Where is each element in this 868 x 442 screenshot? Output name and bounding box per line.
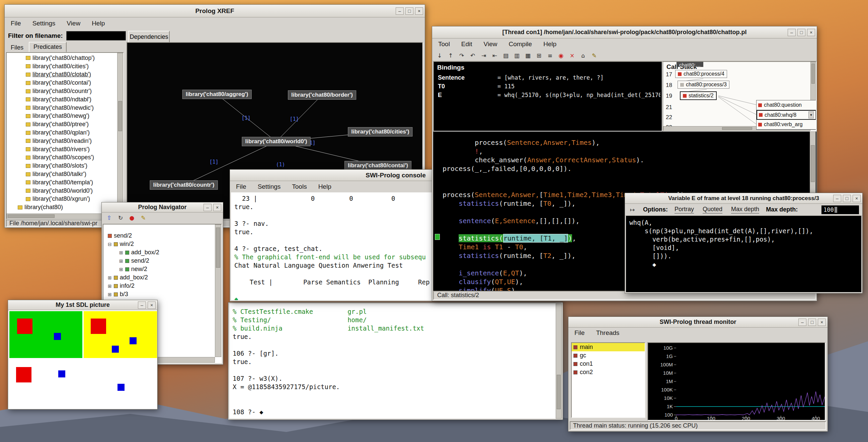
dep-node-library-chat80-aggreg[interactable]: library('chat80/aggreg') [182,90,252,99]
nav-item-add-box-2[interactable]: ⊞add_box/2 [104,273,214,282]
nav-item-win-2[interactable]: ⊟win/2 [104,240,214,248]
maximize-button[interactable]: □ [843,195,851,202]
tree-item-library-chat80-slots[interactable]: library('chat80/slots') [8,162,117,170]
expander-icon[interactable]: ⊞ [108,275,112,280]
vertical-scrollbar[interactable] [215,224,221,357]
max-depth-input[interactable]: 100 [822,206,859,214]
close-button[interactable]: × [148,302,156,309]
close-button[interactable]: × [415,7,423,15]
tree-item-library-chat80-chattop[interactable]: library('chat80/chattop') [8,54,117,62]
maximize-button[interactable]: □ [797,29,805,36]
dep-node-library-chat80-world0[interactable]: library('chat80/world0') [242,137,311,146]
stack-icon[interactable]: ▦ [524,52,532,60]
tree-item-library-chat80-newdic[interactable]: library('chat80/newdic') [8,104,117,112]
close-button[interactable]: × [213,204,221,211]
menu-item-file[interactable]: File [575,329,585,337]
tree-item-library-chat80-newg[interactable]: library('chat80/newg') [8,112,117,121]
menu-item-help[interactable]: Help [92,20,105,27]
maximize-button[interactable]: □ [808,319,816,326]
tree-item-library-chat80-readin[interactable]: library('chat80/readin') [8,137,117,145]
step-into-icon[interactable]: ⇥ [480,52,488,60]
close-button[interactable]: × [818,319,826,326]
nav-item-b-3[interactable]: ⊞b/3 [104,290,214,298]
menu-item-compile[interactable]: Compile [508,40,532,48]
undo-icon[interactable]: ↶ [469,52,477,60]
maximize-button[interactable]: □ [405,7,413,15]
scrollbar-thumb[interactable] [811,145,815,182]
tab-files[interactable]: Files [7,43,27,52]
frame-statistics-2[interactable]: statistics/2 [680,91,717,100]
menu-item-edit[interactable]: Edit [461,40,472,48]
refresh-icon[interactable]: ↻ [117,214,125,222]
menu-item-settings[interactable]: Settings [258,183,281,190]
term-view[interactable]: whq(A, s(np(3+plu,np_head(int_det(A),[],… [626,216,861,292]
tree-horizontal-scrollbar[interactable] [7,214,117,219]
thread-item-con2[interactable]: con2 [572,368,645,376]
frame-chat80-process-4[interactable]: chat80:process/4 [675,70,727,78]
step-out-icon[interactable]: ⇤ [491,52,499,60]
menu-item-tool[interactable]: Tool [438,40,450,48]
menu-item-tools[interactable]: Tools [292,183,307,190]
breakpoint-icon[interactable]: ⊞ [535,52,543,60]
home-icon[interactable]: ⌂ [579,52,587,60]
up-icon[interactable]: ⇧ [105,214,113,222]
tab-dependencies[interactable]: Dependencies [128,31,170,43]
expander-icon[interactable]: ⊟ [108,242,112,247]
details-icon[interactable]: ≡ [546,52,554,60]
step-up-icon[interactable]: ↑ [446,52,455,60]
title-bar[interactable]: Variable E of frame at level 18 running … [625,193,862,204]
scrollbar-thumb[interactable] [811,64,815,84]
console-output[interactable]: % CTestTestfile.cmake gr.pl% Testing/ ho… [229,304,562,418]
minimize-button[interactable]: – [833,195,841,202]
frame-chat80-verb-arg[interactable]: chat80:verb_arg [756,120,816,129]
title-bar[interactable]: My 1st SDL picture –× [8,300,157,310]
dep-node-library-chat80-contai[interactable]: library('chat80/contai') [344,161,411,170]
dropdown-icon[interactable]: ▾ [808,112,814,119]
close-button[interactable]: × [852,195,861,202]
tree-item-library-chat80-ndtabl[interactable]: library('chat80/ndtabl') [8,95,117,104]
abort-icon[interactable]: × [568,52,576,60]
filter-input[interactable] [66,31,126,40]
title-bar[interactable]: Prolog Navigator –× [102,202,223,213]
scrollbar-thumb[interactable] [216,227,220,268]
nav-item-add-box-2[interactable]: ⊞add_box/2 [104,248,214,257]
dep-node-library-chat80-border[interactable]: library('chat80/border') [288,90,356,100]
expander-icon[interactable]: ⊞ [119,250,123,255]
tree-item-library-swi-prolog-lib[interactable]: ⊞library(...swi-prolog/lib> [8,212,117,213]
tree-item-library-chat80-rivers[interactable]: library('chat80/rivers') [8,145,117,154]
tab-predicates[interactable]: Predicates [29,42,67,52]
scrollbar-thumb[interactable] [8,215,55,218]
title-bar[interactable]: Prolog XREF –□× [5,5,425,18]
edit-icon[interactable]: ✎ [590,52,598,60]
clipped-frame[interactable]: chat80:… [677,62,703,67]
menu-item-view[interactable]: View [484,40,497,48]
tree-item-library-chat80-world0[interactable]: library('chat80/world0') [8,187,117,195]
tree-item-library-chat80-contai[interactable]: library('chat80/contai') [8,78,117,87]
thread-item-gc[interactable]: gc [572,351,645,360]
expander-icon[interactable]: ⊞ [108,292,112,297]
menu-item-threads[interactable]: Threads [596,329,620,337]
title-bar[interactable]: [Thread con1] /home/jan/.local/share/swi… [432,26,817,38]
nav-item-new-2[interactable]: ⊞new/2 [104,265,214,273]
tree-item-library-chat80-qplan[interactable]: library('chat80/qplan') [8,128,117,137]
binding-row-e[interactable]: E= whq(_25170, s(np(3+plu, np_head(int_d… [438,91,660,99]
binding-row-t0[interactable]: T0= 115 [438,82,660,91]
tree-item-library-chat80-talkr[interactable]: library('chat80/talkr') [8,170,117,178]
thread-item-con1[interactable]: con1 [572,360,645,368]
frame-chat80-whq-8[interactable]: chat80:whq/8▾ [756,110,816,120]
minimize-button[interactable]: – [204,204,212,211]
menu-item-settings[interactable]: Settings [32,20,56,27]
nav-item-send-2[interactable]: send/2 [104,231,214,240]
menu-item-view[interactable]: View [67,20,80,27]
tree-item-library-chat80-scopes[interactable]: library('chat80/scopes') [8,154,117,162]
thread-item-main[interactable]: main [572,343,645,351]
dep-node-library-chat80-countr[interactable]: library('chat80/countr') [150,180,218,190]
tree-item-library-chat80-xgrun[interactable]: library('chat80/xgrun') [8,195,117,203]
step-down-icon[interactable]: ↓ [435,52,443,60]
minimize-button[interactable]: – [396,7,404,15]
dep-node-library-chat80-cities[interactable]: library('chat80/cities') [348,127,412,136]
expander-icon[interactable]: ⊞ [119,267,123,272]
option-max-depth[interactable]: Max depth [731,206,759,214]
title-bar[interactable]: SWI-Prolog thread monitor –□× [568,317,828,327]
nav-item-info-2[interactable]: ⊞info/2 [104,282,214,290]
